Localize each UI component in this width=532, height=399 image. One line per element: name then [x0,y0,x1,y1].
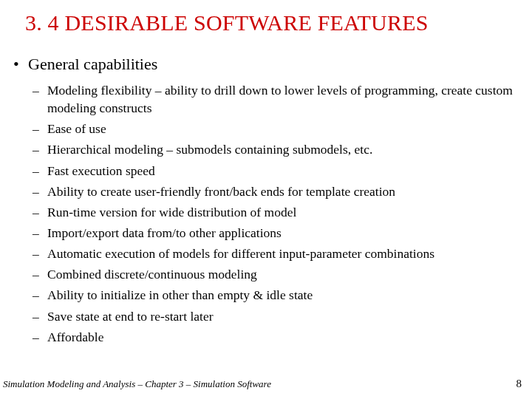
sub-bullet-text: Hierarchical modeling – submodels contai… [47,142,372,157]
sub-bullet-item: Ability to initialize in other than empt… [28,286,514,304]
bullet-list-level2: Modeling flexibility – ability to drill … [28,81,514,346]
sub-bullet-item: Combined discrete/continuous modeling [28,265,514,283]
bullet-list-level1: General capabilities Modeling flexibilit… [10,55,514,346]
sub-bullet-text: Modeling flexibility – ability to drill … [47,83,513,115]
sub-bullet-item: Affordable [28,328,514,346]
sub-bullet-text: Run-time version for wide distribution o… [47,205,296,219]
sub-bullet-text: Ability to initialize in other than empt… [47,287,313,302]
sub-bullet-item: Automatic execution of models for differ… [28,245,514,262]
sub-bullet-text: Save state at end to re-start later [47,309,213,324]
sub-bullet-text: Import/export data from/to other applica… [47,225,282,240]
sub-bullet-item: Fast execution speed [28,162,514,180]
sub-bullet-item: Modeling flexibility – ability to drill … [28,81,514,117]
sub-bullet-text: Combined discrete/continuous modeling [47,267,257,282]
sub-bullet-text: Ability to create user-friendly front/ba… [47,184,395,199]
page-number: 8 [516,378,522,390]
sub-bullet-item: Ease of use [28,120,514,137]
sub-bullet-item: Hierarchical modeling – submodels contai… [28,140,514,158]
footer-text: Simulation Modeling and Analysis – Chapt… [3,378,271,390]
slide-title: 3. 4 DESIRABLE SOFTWARE FEATURES [0,0,532,35]
sub-bullet-text: Affordable [47,330,103,344]
sub-bullet-text: Automatic execution of models for differ… [47,246,434,261]
sub-bullet-item: Import/export data from/to other applica… [28,224,514,242]
bullet-text: General capabilities [28,55,157,73]
sub-bullet-item: Save state at end to re-start later [28,307,514,325]
bullet-item: General capabilities Modeling flexibilit… [10,55,514,346]
slide: 3. 4 DESIRABLE SOFTWARE FEATURES General… [0,0,532,399]
sub-bullet-item: Ability to create user-friendly front/ba… [28,183,514,200]
sub-bullet-item: Run-time version for wide distribution o… [28,203,514,221]
sub-bullet-text: Ease of use [47,121,106,136]
slide-content: General capabilities Modeling flexibilit… [0,35,532,346]
sub-bullet-text: Fast execution speed [47,163,155,178]
